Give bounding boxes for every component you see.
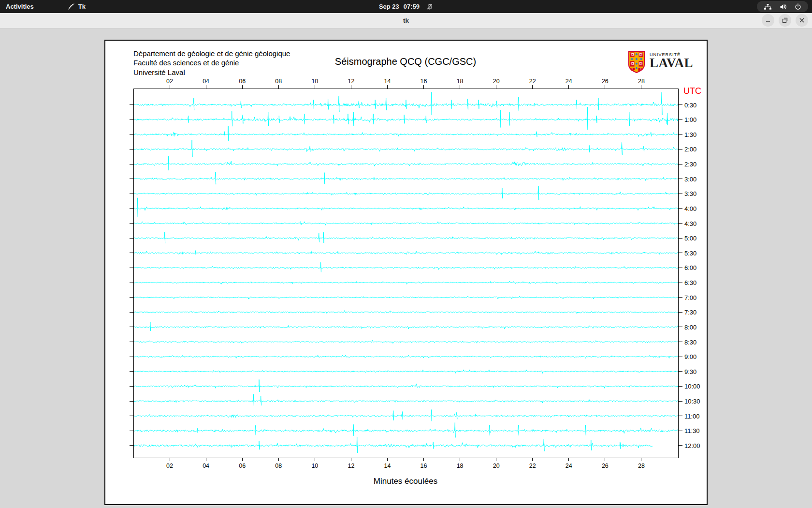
seismogram-trace-row bbox=[134, 340, 678, 343]
x-tick-top bbox=[242, 85, 243, 89]
row-time-label: 12:00 bbox=[684, 442, 700, 449]
row-tick-right bbox=[679, 268, 682, 268]
clock-date: Sep 23 bbox=[379, 3, 399, 10]
seismogram-trace-row bbox=[134, 296, 678, 299]
chart-title: Séismographe QCQ (CGC/GSC) bbox=[335, 56, 476, 67]
x-tick-label-top: 14 bbox=[384, 78, 391, 85]
x-tick-label-bottom: 16 bbox=[420, 463, 427, 469]
row-tick-left bbox=[130, 223, 133, 224]
x-tick-bottom bbox=[568, 458, 569, 461]
seismograph-panel: Département de géologie et de génie géol… bbox=[104, 40, 708, 505]
x-tick-label-bottom: 22 bbox=[529, 463, 536, 469]
row-tick-left bbox=[130, 297, 133, 298]
clock-button[interactable]: Sep 23 07:59 bbox=[379, 0, 433, 13]
row-tick-right bbox=[679, 431, 682, 431]
row-time-label: 4:30 bbox=[684, 220, 696, 227]
window-titlebar[interactable]: tk bbox=[0, 13, 812, 29]
row-tick-left bbox=[130, 105, 133, 105]
seismogram-trace-row bbox=[134, 232, 678, 243]
row-time-label: 9:30 bbox=[684, 368, 696, 375]
row-tick-right bbox=[679, 312, 682, 313]
row-tick-right bbox=[679, 386, 682, 387]
x-tick-top bbox=[460, 85, 460, 89]
activities-button[interactable]: Activities bbox=[0, 0, 40, 13]
seismogram-trace-row bbox=[134, 380, 678, 392]
x-tick-label-bottom: 14 bbox=[384, 463, 391, 469]
row-tick-left bbox=[130, 416, 133, 416]
x-tick-bottom bbox=[170, 458, 170, 461]
row-tick-right bbox=[679, 342, 682, 342]
network-icon bbox=[764, 3, 772, 10]
x-tick-label-top: 20 bbox=[493, 78, 500, 85]
row-time-label: 8:30 bbox=[684, 338, 696, 345]
header-line-1: Département de géologie et de génie géol… bbox=[133, 49, 290, 58]
x-tick-label-bottom: 28 bbox=[638, 463, 645, 469]
institution-header: Département de géologie et de génie géol… bbox=[133, 49, 290, 77]
seismogram-trace-row bbox=[134, 311, 678, 314]
x-tick-bottom bbox=[532, 458, 533, 461]
x-tick-label-top: 28 bbox=[638, 78, 645, 85]
seismogram-trace-row bbox=[134, 422, 678, 437]
minimize-button[interactable] bbox=[762, 14, 774, 27]
row-tick-left bbox=[130, 238, 133, 239]
seismogram-trace-row bbox=[134, 107, 678, 130]
row-tick-right bbox=[679, 297, 682, 298]
x-tick-label-top: 22 bbox=[529, 78, 536, 85]
row-time-label: 7:00 bbox=[684, 294, 696, 301]
x-tick-bottom bbox=[315, 458, 315, 461]
row-tick-left bbox=[130, 253, 133, 253]
x-tick-label-top: 12 bbox=[348, 78, 354, 85]
row-tick-right bbox=[679, 253, 682, 253]
row-tick-left bbox=[130, 194, 133, 194]
seismogram-trace-row bbox=[134, 186, 678, 200]
x-tick-bottom bbox=[351, 458, 351, 461]
row-time-label: 6:00 bbox=[684, 264, 696, 271]
x-tick-bottom bbox=[423, 458, 424, 461]
close-button[interactable] bbox=[796, 14, 808, 27]
x-tick-label-bottom: 02 bbox=[166, 463, 173, 469]
x-tick-label-bottom: 26 bbox=[602, 463, 609, 469]
universite-laval-logo: UNIVERSITÉ LAVAL bbox=[628, 51, 693, 75]
header-line-3: Université Laval bbox=[133, 68, 290, 77]
row-time-label: 9:00 bbox=[684, 353, 696, 360]
x-tick-bottom bbox=[242, 458, 243, 461]
seismogram-trace-row bbox=[134, 437, 652, 453]
x-tick-label-top: 18 bbox=[457, 78, 464, 85]
row-tick-right bbox=[679, 149, 682, 149]
row-time-label: 3:30 bbox=[684, 190, 696, 197]
x-tick-top bbox=[423, 85, 424, 89]
row-tick-left bbox=[130, 445, 133, 446]
row-tick-left bbox=[130, 283, 133, 283]
x-tick-top bbox=[278, 85, 279, 89]
row-tick-left bbox=[130, 371, 133, 372]
tk-app-indicator[interactable]: Tk bbox=[68, 3, 86, 10]
row-tick-right bbox=[679, 223, 682, 224]
system-tray[interactable] bbox=[757, 1, 808, 12]
x-tick-label-top: 16 bbox=[420, 78, 427, 85]
clock-time: 07:59 bbox=[404, 3, 420, 10]
x-tick-bottom bbox=[206, 458, 206, 461]
row-tick-right bbox=[679, 327, 682, 327]
row-time-label: 6:30 bbox=[684, 279, 696, 286]
row-tick-right bbox=[679, 105, 682, 105]
row-time-label: 2:30 bbox=[684, 161, 696, 168]
row-tick-left bbox=[130, 386, 133, 387]
seismogram-trace-row bbox=[134, 262, 678, 272]
window-title: tk bbox=[0, 13, 812, 28]
seismogram-trace-row bbox=[134, 222, 678, 225]
row-tick-left bbox=[130, 327, 133, 327]
seismogram-trace-row bbox=[134, 355, 678, 359]
x-tick-bottom bbox=[496, 458, 496, 461]
row-tick-left bbox=[130, 149, 133, 149]
x-tick-top bbox=[641, 85, 641, 89]
row-tick-right bbox=[679, 179, 682, 179]
x-tick-label-bottom: 18 bbox=[457, 463, 464, 469]
row-time-label: 11:30 bbox=[684, 427, 700, 434]
x-tick-label-top: 26 bbox=[602, 78, 609, 85]
seismogram-trace-row bbox=[134, 198, 678, 217]
x-tick-top bbox=[170, 85, 170, 89]
x-tick-label-bottom: 12 bbox=[348, 463, 354, 469]
row-time-label: 3:00 bbox=[684, 175, 696, 182]
gnome-top-bar: Activities Tk Sep 23 07:59 bbox=[0, 0, 812, 13]
maximize-button[interactable] bbox=[779, 14, 791, 27]
